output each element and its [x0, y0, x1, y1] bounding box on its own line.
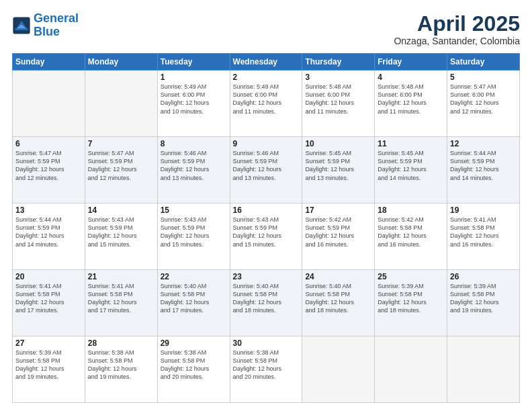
- day-info: Sunrise: 5:43 AM Sunset: 5:59 PM Dayligh…: [88, 216, 154, 248]
- day-number: 20: [15, 272, 82, 281]
- header: General Blue April 2025 Onzaga, Santande…: [12, 12, 520, 46]
- day-info: Sunrise: 5:47 AM Sunset: 6:00 PM Dayligh…: [450, 83, 517, 116]
- week-row-2: 6Sunrise: 5:47 AM Sunset: 5:59 PM Daylig…: [13, 137, 520, 203]
- day-cell: 16Sunrise: 5:43 AM Sunset: 5:59 PM Dayli…: [230, 203, 302, 270]
- day-number: 7: [88, 139, 154, 148]
- day-cell: 9Sunrise: 5:46 AM Sunset: 5:59 PM Daylig…: [230, 137, 302, 203]
- day-cell: 23Sunrise: 5:40 AM Sunset: 5:58 PM Dayli…: [230, 270, 302, 336]
- day-number: 26: [450, 272, 517, 281]
- day-cell: 30Sunrise: 5:38 AM Sunset: 5:58 PM Dayli…: [230, 336, 302, 403]
- day-number: 29: [161, 338, 227, 348]
- day-cell: 17Sunrise: 5:42 AM Sunset: 5:59 PM Dayli…: [302, 203, 375, 270]
- weekday-header-sunday: Sunday: [13, 54, 85, 71]
- week-row-3: 13Sunrise: 5:44 AM Sunset: 5:59 PM Dayli…: [13, 203, 520, 270]
- day-number: 23: [233, 272, 300, 281]
- day-cell: [85, 71, 157, 137]
- logo-icon: [12, 16, 31, 35]
- day-info: Sunrise: 5:39 AM Sunset: 5:58 PM Dayligh…: [450, 282, 517, 315]
- day-info: Sunrise: 5:48 AM Sunset: 6:00 PM Dayligh…: [305, 83, 371, 116]
- day-info: Sunrise: 5:47 AM Sunset: 5:59 PM Dayligh…: [88, 149, 154, 182]
- day-cell: 15Sunrise: 5:43 AM Sunset: 5:59 PM Dayli…: [157, 203, 230, 270]
- day-number: 28: [88, 338, 154, 348]
- weekday-header-monday: Monday: [85, 54, 157, 71]
- day-number: 2: [233, 73, 300, 82]
- day-number: 6: [15, 139, 82, 148]
- day-info: Sunrise: 5:46 AM Sunset: 5:59 PM Dayligh…: [233, 149, 300, 182]
- day-number: 10: [305, 139, 371, 148]
- day-cell: 27Sunrise: 5:39 AM Sunset: 5:58 PM Dayli…: [13, 336, 85, 403]
- day-cell: [375, 336, 447, 403]
- day-info: Sunrise: 5:44 AM Sunset: 5:59 PM Dayligh…: [15, 216, 82, 248]
- day-info: Sunrise: 5:47 AM Sunset: 5:59 PM Dayligh…: [15, 149, 82, 182]
- day-cell: 14Sunrise: 5:43 AM Sunset: 5:59 PM Dayli…: [85, 203, 157, 270]
- day-info: Sunrise: 5:40 AM Sunset: 5:58 PM Dayligh…: [305, 282, 371, 315]
- day-number: 16: [233, 205, 300, 215]
- weekday-header-thursday: Thursday: [302, 54, 375, 71]
- weekday-header-row: SundayMondayTuesdayWednesdayThursdayFrid…: [13, 54, 520, 71]
- day-cell: 13Sunrise: 5:44 AM Sunset: 5:59 PM Dayli…: [13, 203, 85, 270]
- day-number: 18: [378, 205, 444, 215]
- day-cell: 19Sunrise: 5:41 AM Sunset: 5:58 PM Dayli…: [447, 203, 520, 270]
- day-info: Sunrise: 5:46 AM Sunset: 5:59 PM Dayligh…: [161, 149, 227, 182]
- day-number: 15: [161, 205, 227, 215]
- day-number: 9: [233, 139, 300, 148]
- logo: General Blue: [12, 12, 79, 39]
- week-row-1: 1Sunrise: 5:49 AM Sunset: 6:00 PM Daylig…: [13, 71, 520, 137]
- day-info: Sunrise: 5:45 AM Sunset: 5:59 PM Dayligh…: [378, 149, 444, 182]
- day-info: Sunrise: 5:40 AM Sunset: 5:58 PM Dayligh…: [161, 282, 227, 315]
- day-cell: 26Sunrise: 5:39 AM Sunset: 5:58 PM Dayli…: [447, 270, 520, 336]
- day-cell: 2Sunrise: 5:49 AM Sunset: 6:00 PM Daylig…: [230, 71, 302, 137]
- day-number: 14: [88, 205, 154, 215]
- day-number: 21: [88, 272, 154, 281]
- day-cell: [13, 71, 85, 137]
- logo-line2: Blue: [34, 25, 60, 38]
- day-number: 17: [305, 205, 371, 215]
- day-cell: [447, 336, 520, 403]
- logo-line1: General: [34, 11, 79, 25]
- week-row-4: 20Sunrise: 5:41 AM Sunset: 5:58 PM Dayli…: [13, 270, 520, 336]
- day-cell: 24Sunrise: 5:40 AM Sunset: 5:58 PM Dayli…: [302, 270, 375, 336]
- day-info: Sunrise: 5:42 AM Sunset: 5:59 PM Dayligh…: [305, 216, 371, 248]
- day-info: Sunrise: 5:38 AM Sunset: 5:58 PM Dayligh…: [161, 349, 227, 381]
- day-cell: 11Sunrise: 5:45 AM Sunset: 5:59 PM Dayli…: [375, 137, 447, 203]
- day-number: 1: [161, 73, 227, 82]
- day-info: Sunrise: 5:49 AM Sunset: 6:00 PM Dayligh…: [161, 83, 227, 116]
- day-cell: 1Sunrise: 5:49 AM Sunset: 6:00 PM Daylig…: [157, 71, 230, 137]
- weekday-header-wednesday: Wednesday: [230, 54, 302, 71]
- day-info: Sunrise: 5:48 AM Sunset: 6:00 PM Dayligh…: [378, 83, 444, 116]
- location-subtitle: Onzaga, Santander, Colombia: [394, 36, 520, 46]
- page: General Blue April 2025 Onzaga, Santande…: [0, 0, 532, 411]
- day-cell: 8Sunrise: 5:46 AM Sunset: 5:59 PM Daylig…: [157, 137, 230, 203]
- day-cell: 22Sunrise: 5:40 AM Sunset: 5:58 PM Dayli…: [157, 270, 230, 336]
- day-cell: 10Sunrise: 5:45 AM Sunset: 5:59 PM Dayli…: [302, 137, 375, 203]
- weekday-header-friday: Friday: [375, 54, 447, 71]
- weekday-header-tuesday: Tuesday: [157, 54, 230, 71]
- day-info: Sunrise: 5:41 AM Sunset: 5:58 PM Dayligh…: [88, 282, 154, 315]
- day-number: 22: [161, 272, 227, 281]
- day-cell: 21Sunrise: 5:41 AM Sunset: 5:58 PM Dayli…: [85, 270, 157, 336]
- day-cell: 5Sunrise: 5:47 AM Sunset: 6:00 PM Daylig…: [447, 71, 520, 137]
- day-number: 13: [15, 205, 82, 215]
- month-title: April 2025: [394, 12, 520, 36]
- day-cell: 12Sunrise: 5:44 AM Sunset: 5:59 PM Dayli…: [447, 137, 520, 203]
- weekday-header-saturday: Saturday: [447, 54, 520, 71]
- day-number: 12: [450, 139, 517, 148]
- day-cell: 4Sunrise: 5:48 AM Sunset: 6:00 PM Daylig…: [375, 71, 447, 137]
- day-number: 5: [450, 73, 517, 82]
- day-cell: 3Sunrise: 5:48 AM Sunset: 6:00 PM Daylig…: [302, 71, 375, 137]
- calendar: SundayMondayTuesdayWednesdayThursdayFrid…: [12, 53, 520, 403]
- day-number: 30: [233, 338, 300, 348]
- day-info: Sunrise: 5:43 AM Sunset: 5:59 PM Dayligh…: [233, 216, 300, 248]
- day-info: Sunrise: 5:39 AM Sunset: 5:58 PM Dayligh…: [15, 349, 82, 381]
- day-number: 25: [378, 272, 444, 281]
- svg-rect-1: [15, 28, 28, 30]
- day-info: Sunrise: 5:41 AM Sunset: 5:58 PM Dayligh…: [450, 216, 517, 248]
- day-number: 8: [161, 139, 227, 148]
- title-block: April 2025 Onzaga, Santander, Colombia: [394, 12, 520, 46]
- day-info: Sunrise: 5:45 AM Sunset: 5:59 PM Dayligh…: [305, 149, 371, 182]
- day-cell: 28Sunrise: 5:38 AM Sunset: 5:58 PM Dayli…: [85, 336, 157, 403]
- day-cell: 25Sunrise: 5:39 AM Sunset: 5:58 PM Dayli…: [375, 270, 447, 336]
- day-number: 11: [378, 139, 444, 148]
- day-info: Sunrise: 5:39 AM Sunset: 5:58 PM Dayligh…: [378, 282, 444, 315]
- day-number: 19: [450, 205, 517, 215]
